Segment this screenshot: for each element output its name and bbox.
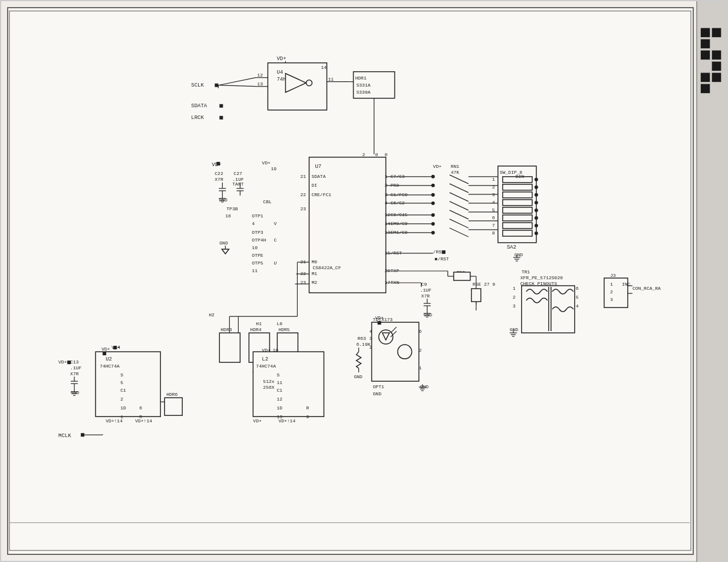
svg-text:CON_RCA_RA: CON_RCA_RA xyxy=(633,286,661,291)
svg-text:10: 10 xyxy=(272,348,278,353)
svg-text:1: 1 xyxy=(492,177,495,182)
svg-text:M1: M1 xyxy=(311,271,317,276)
svg-text:1D: 1D xyxy=(120,405,126,411)
svg-rect-187 xyxy=(472,289,481,302)
svg-line-21 xyxy=(218,78,256,85)
svg-line-124 xyxy=(450,184,469,193)
svg-marker-70 xyxy=(222,249,229,254)
svg-text:2: 2 xyxy=(492,184,495,190)
svg-text:9: 9 xyxy=(306,414,309,419)
svg-text:GND: GND xyxy=(71,390,80,395)
svg-rect-333 xyxy=(701,39,710,49)
svg-text:74HC74A: 74HC74A xyxy=(256,363,276,369)
svg-text:21: 21 xyxy=(300,174,306,179)
svg-text:GND: GND xyxy=(219,240,228,246)
svg-text:U2: U2 xyxy=(106,356,112,362)
svg-text:S: S xyxy=(276,372,279,378)
svg-text:S: S xyxy=(120,372,123,378)
svg-text:INC: INC xyxy=(622,282,631,287)
svg-text:C13: C13 xyxy=(70,359,79,365)
svg-text:V: V xyxy=(274,221,276,226)
svg-text:VD+↑14: VD+↑14 xyxy=(278,418,295,424)
svg-text:■/RST: ■/RST xyxy=(435,256,449,262)
svg-text:HDR4: HDR4 xyxy=(250,327,261,332)
svg-text:VD+↑14: VD+↑14 xyxy=(106,418,123,424)
svg-text:256X: 256X xyxy=(263,385,274,390)
svg-text:6.19K: 6.19K xyxy=(357,342,371,347)
svg-text:23: 23 xyxy=(300,280,306,285)
svg-text:OPT1: OPT1 xyxy=(373,384,384,389)
svg-rect-339 xyxy=(701,84,710,94)
svg-text:3: 3 xyxy=(370,336,373,341)
svg-text:VD+: VD+ xyxy=(262,348,271,353)
svg-text:OTP4H: OTP4H xyxy=(252,237,266,243)
svg-text:3: 3 xyxy=(610,297,613,302)
svg-text:2: 2 xyxy=(363,152,365,157)
svg-line-127 xyxy=(450,210,469,219)
svg-text:11: 11 xyxy=(276,380,282,385)
svg-text:6: 6 xyxy=(576,286,579,291)
svg-text:23: 23 xyxy=(300,206,306,211)
svg-point-116 xyxy=(431,201,435,205)
svg-rect-20 xyxy=(215,84,218,87)
svg-text:SDATA: SDATA xyxy=(311,174,325,179)
svg-text:0: 0 xyxy=(385,152,388,157)
svg-text:XFR_PE_5712S020: XFR_PE_5712S020 xyxy=(521,275,563,280)
svg-text:R: R xyxy=(306,405,309,411)
svg-text:5: 5 xyxy=(576,295,579,300)
svg-text:1: 1 xyxy=(419,365,422,371)
svg-text:CBL: CBL xyxy=(263,199,272,204)
svg-text:C1: C1 xyxy=(276,388,282,393)
svg-rect-274 xyxy=(113,346,117,349)
svg-text:CS8422A_CF: CS8422A_CF xyxy=(312,265,341,270)
svg-point-114 xyxy=(431,184,435,187)
schematic-diagram: U4 74HC00 12 13 11 HDR1 S331A S330A VD+ … xyxy=(8,8,693,554)
svg-text:11: 11 xyxy=(252,268,258,273)
svg-text:13: 13 xyxy=(257,81,263,87)
svg-text:LRCK: LRCK xyxy=(191,115,204,121)
svg-point-118 xyxy=(431,222,435,226)
svg-text:VD+: VD+ xyxy=(276,56,286,62)
svg-text:HDR3: HDR3 xyxy=(220,327,232,332)
svg-text:11: 11 xyxy=(328,77,334,82)
svg-text:.1UF: .1UF xyxy=(70,365,81,371)
svg-text:2: 2 xyxy=(120,396,123,402)
svg-text:TP3B: TP3B xyxy=(226,206,238,211)
svg-text:RN1: RN1 xyxy=(451,164,460,169)
svg-text:J3: J3 xyxy=(610,273,616,278)
svg-text:R63: R63 xyxy=(358,336,367,341)
svg-text:GND: GND xyxy=(373,391,382,396)
svg-text:6: 6 xyxy=(419,329,422,334)
svg-text:CRE/FC1: CRE/FC1 xyxy=(311,192,331,197)
svg-text:SDATA: SDATA xyxy=(191,103,207,109)
svg-text:S330A: S330A xyxy=(357,90,371,95)
svg-rect-337 xyxy=(701,73,710,82)
svg-rect-334 xyxy=(701,51,710,60)
svg-text:VD+: VD+ xyxy=(375,315,384,320)
svg-line-125 xyxy=(450,193,469,201)
svg-rect-136 xyxy=(503,207,532,213)
svg-text:2: 2 xyxy=(610,289,613,295)
svg-text:6: 6 xyxy=(139,405,142,411)
svg-point-119 xyxy=(431,231,435,234)
svg-text:3: 3 xyxy=(513,303,516,309)
svg-text:C1: C1 xyxy=(120,388,126,393)
svg-text:2: 2 xyxy=(370,345,373,350)
svg-rect-134 xyxy=(503,192,532,198)
svg-text:OTPE: OTPE xyxy=(252,253,263,258)
svg-text:8: 8 xyxy=(492,230,495,236)
svg-text:.1UF: .1UF xyxy=(420,287,431,293)
svg-rect-312 xyxy=(81,433,84,437)
svg-text:10: 10 xyxy=(252,245,258,250)
svg-text:C27: C27 xyxy=(233,171,242,176)
svg-rect-25 xyxy=(219,104,223,108)
svg-text:4: 4 xyxy=(370,329,373,334)
svg-point-169 xyxy=(535,232,538,235)
svg-rect-288 xyxy=(164,398,182,415)
svg-point-163 xyxy=(535,186,538,189)
svg-text:GND: GND xyxy=(510,327,519,332)
svg-text:4: 4 xyxy=(576,303,579,309)
svg-rect-254 xyxy=(219,333,240,362)
svg-text:HDR5: HDR5 xyxy=(278,327,289,332)
svg-point-164 xyxy=(535,193,538,197)
